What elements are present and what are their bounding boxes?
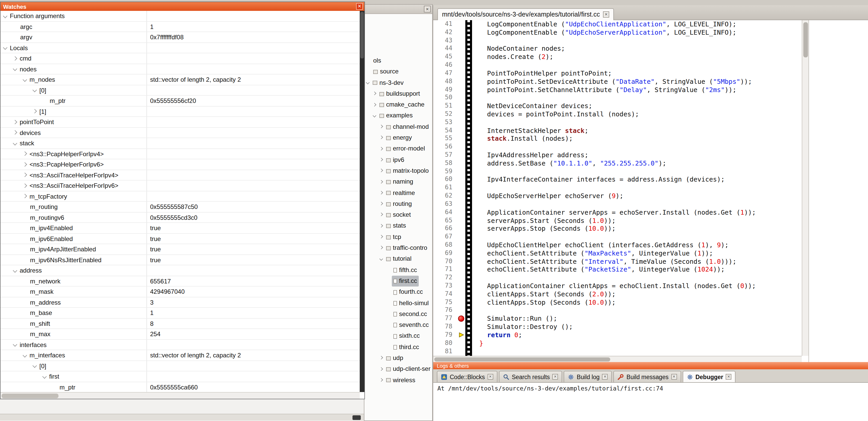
tree-item-body[interactable]: naming	[384, 176, 415, 188]
collapse-chevron-icon[interactable]	[13, 268, 17, 272]
code-text[interactable]: address.SetBase ("10.1.1.0", "255.255.25…	[479, 159, 666, 168]
logs-tab-build-messages[interactable]: Build messages×	[614, 371, 681, 382]
watches-vertical-scrollbar[interactable]	[360, 11, 364, 392]
line-number[interactable]: 46	[433, 61, 457, 69]
watch-row[interactable]: Function arguments	[1, 11, 360, 22]
code-line[interactable]: 73 ApplicationContainer clientApps = ech…	[433, 282, 802, 290]
expand-chevron-icon[interactable]	[379, 224, 383, 227]
code-line[interactable]: 76	[433, 306, 802, 315]
breakpoint-margin[interactable]	[457, 225, 465, 233]
line-number[interactable]: 74	[433, 290, 457, 298]
breakpoint-margin[interactable]	[457, 167, 465, 175]
watch-row[interactable]: m_routing0x555555587c50	[1, 202, 360, 212]
line-number[interactable]: 64	[433, 208, 457, 217]
code-text[interactable]: }	[479, 339, 483, 347]
expand-chevron-icon[interactable]	[379, 158, 383, 161]
tree-item-body[interactable]: socket	[384, 209, 412, 221]
tree-item-cmake-cache[interactable]: cmake_cache	[364, 99, 432, 110]
line-number[interactable]: 61	[433, 184, 457, 192]
breakpoint-margin[interactable]	[457, 159, 465, 168]
collapse-chevron-icon[interactable]	[23, 353, 27, 357]
collapse-chevron-icon[interactable]	[3, 45, 7, 50]
code-text[interactable]: serverApps.Stop (Seconds (10.0));	[479, 225, 616, 233]
tree-item-body[interactable]: examples	[378, 110, 414, 122]
tree-item-wireless[interactable]: wireless	[364, 375, 432, 386]
tree-item-tutorial[interactable]: tutorial	[364, 254, 432, 265]
breakpoint-margin[interactable]	[457, 315, 465, 323]
breakpoint-margin[interactable]	[457, 339, 465, 347]
tree-item-stats[interactable]: stats	[364, 221, 432, 232]
tree-item-body[interactable]: hello-simul	[392, 298, 430, 309]
logs-titlebar[interactable]: Logs & others	[433, 362, 868, 369]
tree-item-first-cc[interactable]: first.cc	[364, 276, 432, 287]
code-line[interactable]: 61	[433, 184, 802, 192]
collapse-chevron-icon[interactable]	[3, 14, 7, 18]
collapse-chevron-icon[interactable]	[33, 88, 37, 92]
code-line[interactable]: 46	[433, 61, 802, 69]
code-line[interactable]: 54 InternetStackHelper stack;	[433, 126, 802, 135]
breakpoint-margin[interactable]	[457, 323, 465, 331]
expand-chevron-icon[interactable]	[23, 183, 27, 188]
tree-item-body[interactable]: ipv6	[384, 154, 406, 165]
expand-chevron-icon[interactable]	[379, 191, 383, 194]
line-number[interactable]: 54	[433, 126, 457, 135]
collapse-chevron-icon[interactable]	[366, 81, 370, 84]
tree-item-realtime[interactable]: realtime	[364, 188, 432, 199]
close-icon[interactable]: ×	[603, 11, 609, 18]
breakpoint-margin[interactable]	[457, 200, 465, 208]
line-number[interactable]: 70	[433, 257, 457, 266]
breakpoint-margin[interactable]	[457, 217, 465, 225]
breakpoint-margin[interactable]	[457, 94, 465, 102]
code-line[interactable]: 59	[433, 167, 802, 175]
tree-item-body[interactable]: stats	[384, 221, 408, 232]
watch-row[interactable]: cmd	[1, 53, 360, 64]
code-area[interactable]: 41 LogComponentEnable ("UdpEchoClientApp…	[433, 20, 802, 356]
breakpoint-margin[interactable]	[457, 135, 465, 143]
watch-row[interactable]: nodes	[1, 64, 360, 74]
breakpoint-margin[interactable]	[457, 241, 465, 249]
watch-row[interactable]: m_interfacesstd::vector of length 2, cap…	[1, 350, 360, 361]
logs-tab-debugger[interactable]: Debugger×	[682, 371, 736, 382]
watch-row[interactable]: m_ipv4Enabledtrue	[1, 223, 360, 233]
watch-row[interactable]: m_routingv60x5555555cd3c0	[1, 212, 360, 223]
breakpoint-margin[interactable]	[457, 298, 465, 306]
watch-row[interactable]: address	[1, 265, 360, 276]
code-line[interactable]: 74 clientApps.Start (Seconds (2.0));	[433, 290, 802, 298]
watch-row[interactable]: stack	[1, 138, 360, 149]
watches-horizontal-scrollbar[interactable]	[1, 392, 360, 399]
watch-row[interactable]: m_shift8	[1, 318, 360, 329]
tree-item-third-cc[interactable]: third.cc	[364, 342, 432, 353]
line-number[interactable]: 52	[433, 110, 457, 119]
collapse-chevron-icon[interactable]	[379, 257, 383, 260]
tree-item-body[interactable]: second.cc	[392, 309, 429, 320]
tree-item-ols[interactable]: ols	[364, 55, 432, 66]
breakpoint-margin[interactable]	[457, 151, 465, 159]
code-line[interactable]: 68 UdpEchoClientHelper echoClient (inter…	[433, 241, 802, 249]
tree-item-body[interactable]: error-model	[384, 143, 427, 155]
watch-row[interactable]: m_base1	[1, 308, 360, 318]
breakpoint-margin[interactable]	[457, 77, 465, 86]
line-number[interactable]: 69	[433, 249, 457, 258]
expand-chevron-icon[interactable]	[373, 92, 376, 95]
code-line[interactable]: 69 echoClient.SetAttribute ("MaxPackets"…	[433, 249, 802, 258]
code-text[interactable]: PointToPointHelper pointToPoint;	[479, 69, 612, 77]
close-icon[interactable]: ✕	[356, 3, 363, 10]
code-line[interactable]: 48 pointToPoint.SetDeviceAttribute ("Dat…	[433, 77, 802, 86]
line-number[interactable]: 44	[433, 45, 457, 53]
code-line[interactable]: 65 serverApps.Start (Seconds (1.0));	[433, 217, 802, 225]
code-line[interactable]: 62 UdpEchoServerHelper echoServer (9);	[433, 192, 802, 200]
breakpoint-margin[interactable]	[457, 28, 465, 37]
watch-row[interactable]: [0]	[1, 361, 360, 371]
line-number[interactable]: 60	[433, 175, 457, 184]
code-line[interactable]: 67	[433, 233, 802, 241]
code-line[interactable]: 49 pointToPoint.SetChannelAttribute ("De…	[433, 86, 802, 94]
code-line[interactable]: 63	[433, 200, 802, 208]
watch-row[interactable]: m_ipv6Enabledtrue	[1, 233, 360, 244]
line-number[interactable]: 73	[433, 282, 457, 290]
collapse-chevron-icon[interactable]	[23, 77, 27, 82]
code-text[interactable]: ApplicationContainer serverApps = echoSe…	[479, 208, 756, 217]
expand-chevron-icon[interactable]	[13, 130, 17, 135]
code-line[interactable]: 81	[433, 347, 802, 356]
watch-row[interactable]: first	[1, 371, 360, 382]
scrollbar-thumb[interactable]	[803, 22, 808, 57]
